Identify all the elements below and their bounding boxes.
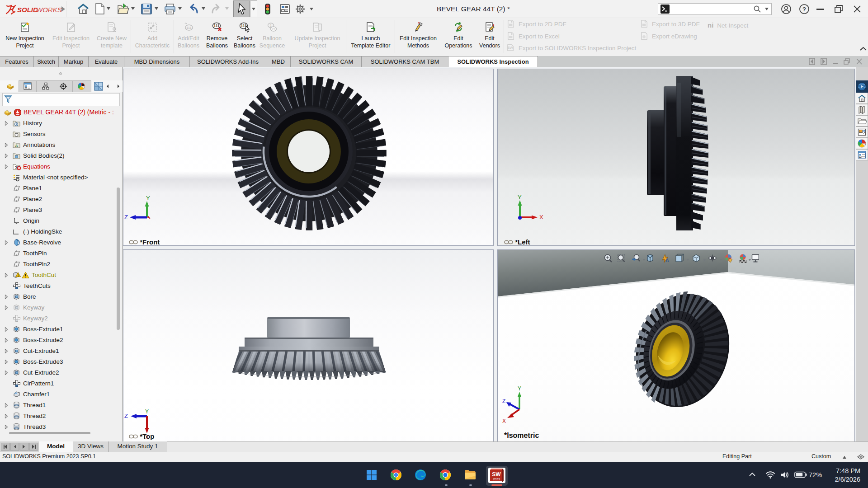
svg-text:X: X: [539, 214, 543, 221]
svg-text:SOLID: SOLID: [17, 6, 38, 14]
svg-text:Y: Y: [518, 194, 522, 201]
svg-text:2023: 2023: [493, 478, 500, 481]
svg-text:Y: Y: [145, 408, 149, 415]
svg-text:Z: Z: [502, 398, 505, 404]
svg-text:WORKS: WORKS: [36, 6, 62, 14]
svg-text:1: 1: [270, 24, 272, 27]
svg-text:Z: Z: [124, 413, 128, 419]
svg-text:A: A: [665, 258, 669, 263]
svg-text:X: X: [502, 418, 506, 424]
svg-text:Z: Z: [124, 214, 128, 221]
svg-text:?: ?: [802, 6, 806, 13]
svg-text:Y: Y: [518, 385, 521, 392]
svg-text:23: 23: [272, 28, 275, 31]
svg-text:SW: SW: [492, 471, 501, 478]
svg-text:!: !: [18, 273, 19, 277]
svg-text:A: A: [15, 144, 18, 148]
svg-text:SW: SW: [507, 46, 513, 50]
svg-text:Y: Y: [146, 195, 150, 202]
